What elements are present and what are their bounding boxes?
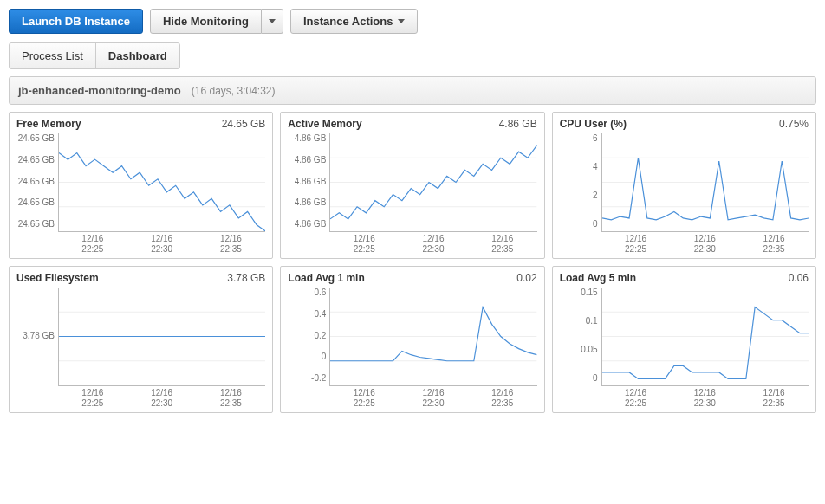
y-tick-label: 4.86 GB bbox=[295, 155, 327, 165]
x-tick-label: 12/16 22:25 bbox=[81, 388, 103, 409]
chart-panel: Active Memory4.86 GB4.86 GB4.86 GB4.86 G… bbox=[280, 112, 544, 259]
x-tick-label: 12/16 22:35 bbox=[491, 234, 513, 255]
chart-plot bbox=[601, 133, 809, 232]
y-tick-label: 4 bbox=[593, 162, 598, 171]
chevron-down-icon bbox=[398, 19, 405, 23]
x-axis: 12/16 22:2512/16 22:3012/16 22:35 bbox=[58, 386, 265, 409]
y-tick-label: 4.86 GB bbox=[295, 197, 327, 207]
x-axis: 12/16 22:2512/16 22:3012/16 22:35 bbox=[329, 232, 536, 255]
x-axis: 12/16 22:2512/16 22:3012/16 22:35 bbox=[329, 386, 536, 409]
tab-process-list[interactable]: Process List bbox=[10, 43, 96, 68]
x-tick-label: 12/16 22:35 bbox=[763, 234, 785, 255]
toolbar: Launch DB Instance Hide Monitoring Insta… bbox=[9, 9, 816, 34]
y-tick-label: -0.2 bbox=[311, 373, 326, 383]
tab-bar: Process List Dashboard bbox=[9, 42, 180, 69]
y-tick-label: 0.6 bbox=[314, 288, 326, 297]
x-tick-label: 12/16 22:30 bbox=[151, 388, 172, 409]
y-tick-label: 2 bbox=[593, 191, 598, 200]
y-tick-label: 0 bbox=[322, 352, 327, 361]
chart-title: Free Memory bbox=[16, 118, 81, 130]
hide-monitoring-group: Hide Monitoring bbox=[150, 9, 283, 34]
x-axis: 12/16 22:2512/16 22:3012/16 22:35 bbox=[601, 386, 809, 409]
x-axis: 12/16 22:2512/16 22:3012/16 22:35 bbox=[58, 232, 265, 255]
y-axis: 4.86 GB4.86 GB4.86 GB4.86 GB4.86 GB bbox=[288, 133, 329, 229]
chart-current-value: 0.02 bbox=[516, 272, 536, 284]
x-tick-label: 12/16 22:25 bbox=[625, 388, 646, 409]
x-axis: 12/16 22:2512/16 22:3012/16 22:35 bbox=[601, 232, 809, 255]
y-tick-label: 6 bbox=[593, 133, 598, 143]
chart-panel: Load Avg 5 min0.060.150.10.05012/16 22:2… bbox=[552, 266, 816, 413]
x-tick-label: 12/16 22:25 bbox=[81, 234, 103, 255]
y-tick-label: 24.65 GB bbox=[18, 133, 55, 143]
y-tick-label: 0.15 bbox=[581, 288, 597, 297]
y-tick-label: 0.1 bbox=[586, 316, 598, 326]
x-tick-label: 12/16 22:35 bbox=[491, 388, 513, 409]
chart-panel: Used Filesystem3.78 GB3.78 GB12/16 22:25… bbox=[9, 266, 273, 413]
chart-panel: CPU User (%)0.75%642012/16 22:2512/16 22… bbox=[552, 112, 816, 259]
x-tick-label: 12/16 22:25 bbox=[354, 234, 375, 255]
chart-plot bbox=[58, 288, 265, 386]
y-axis: 0.60.40.20-0.2 bbox=[288, 288, 329, 383]
instance-uptime: (16 days, 3:04:32) bbox=[192, 85, 276, 97]
instance-actions-label: Instance Actions bbox=[303, 15, 393, 28]
chart-title: Active Memory bbox=[288, 118, 361, 130]
chart-current-value: 3.78 GB bbox=[227, 272, 265, 284]
x-tick-label: 12/16 22:35 bbox=[220, 234, 242, 255]
chart-current-value: 0.06 bbox=[789, 272, 809, 284]
instance-name: jb-enhanced-monitoring-demo bbox=[18, 84, 181, 97]
y-axis: 6420 bbox=[560, 133, 601, 229]
y-axis: 24.65 GB24.65 GB24.65 GB24.65 GB24.65 GB bbox=[16, 133, 58, 229]
chart-current-value: 4.86 GB bbox=[499, 118, 537, 130]
y-tick-label: 4.86 GB bbox=[295, 133, 327, 143]
chart-grid: Free Memory24.65 GB24.65 GB24.65 GB24.65… bbox=[9, 112, 816, 413]
x-tick-label: 12/16 22:25 bbox=[354, 388, 375, 409]
chart-title: CPU User (%) bbox=[560, 118, 627, 130]
chart-plot bbox=[329, 288, 536, 386]
y-tick-label: 24.65 GB bbox=[18, 155, 55, 165]
x-tick-label: 12/16 22:30 bbox=[694, 234, 716, 255]
launch-db-instance-button[interactable]: Launch DB Instance bbox=[9, 9, 143, 34]
x-tick-label: 12/16 22:30 bbox=[694, 388, 716, 409]
chart-current-value: 24.65 GB bbox=[222, 118, 266, 130]
svg-marker-1 bbox=[398, 19, 405, 23]
y-tick-label: 0 bbox=[593, 373, 598, 383]
chart-plot bbox=[601, 288, 809, 386]
chart-panel: Load Avg 1 min0.020.60.40.20-0.212/16 22… bbox=[280, 266, 544, 413]
hide-monitoring-button[interactable]: Hide Monitoring bbox=[150, 9, 262, 34]
svg-marker-0 bbox=[269, 19, 276, 23]
y-tick-label: 0.05 bbox=[581, 345, 597, 354]
chart-title: Used Filesystem bbox=[16, 272, 99, 284]
y-tick-label: 3.78 GB bbox=[23, 331, 55, 340]
y-tick-label: 4.86 GB bbox=[295, 219, 327, 229]
y-axis: 0.150.10.050 bbox=[560, 288, 601, 383]
y-tick-label: 24.65 GB bbox=[18, 197, 55, 207]
instance-actions-button[interactable]: Instance Actions bbox=[290, 9, 419, 34]
x-tick-label: 12/16 22:35 bbox=[763, 388, 785, 409]
y-tick-label: 0.2 bbox=[314, 331, 326, 340]
x-tick-label: 12/16 22:30 bbox=[422, 234, 444, 255]
hide-monitoring-dropdown-button[interactable] bbox=[262, 9, 283, 34]
x-tick-label: 12/16 22:30 bbox=[151, 234, 172, 255]
y-tick-label: 24.65 GB bbox=[18, 177, 55, 186]
y-axis: 3.78 GB bbox=[16, 288, 58, 383]
y-tick-label: 24.65 GB bbox=[18, 219, 55, 229]
tab-dashboard[interactable]: Dashboard bbox=[96, 43, 179, 68]
x-tick-label: 12/16 22:25 bbox=[625, 234, 646, 255]
y-tick-label: 0 bbox=[593, 219, 598, 229]
x-tick-label: 12/16 22:35 bbox=[220, 388, 242, 409]
instance-header: jb-enhanced-monitoring-demo (16 days, 3:… bbox=[9, 76, 816, 105]
chevron-down-icon bbox=[269, 19, 276, 23]
x-tick-label: 12/16 22:30 bbox=[422, 388, 444, 409]
chart-title: Load Avg 1 min bbox=[288, 272, 364, 284]
chart-title: Load Avg 5 min bbox=[560, 272, 636, 284]
chart-current-value: 0.75% bbox=[779, 118, 809, 130]
chart-plot bbox=[329, 133, 536, 232]
y-tick-label: 4.86 GB bbox=[295, 177, 327, 186]
chart-panel: Free Memory24.65 GB24.65 GB24.65 GB24.65… bbox=[9, 112, 273, 259]
chart-plot bbox=[58, 133, 265, 232]
y-tick-label: 0.4 bbox=[314, 309, 326, 319]
